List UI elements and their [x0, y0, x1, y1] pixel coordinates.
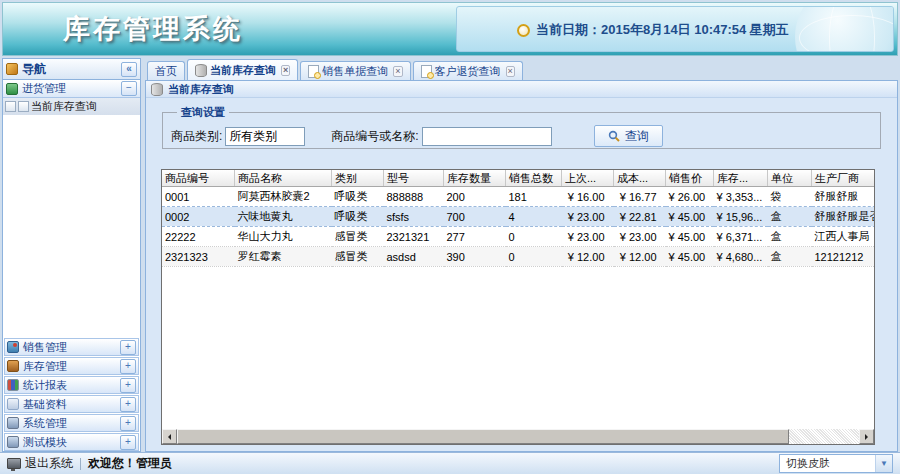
table-cell: 2321323	[162, 247, 235, 267]
welcome-text: 欢迎您！管理员	[88, 455, 172, 472]
inventory-icon	[7, 360, 19, 372]
expand-group-button[interactable]: +	[120, 416, 136, 431]
table-cell: 181	[506, 187, 562, 207]
table-row[interactable]: 2321323罗红霉素感冒类asdsd3900¥ 12.00¥ 12.00¥ 4…	[162, 247, 875, 267]
table-cell: 390	[444, 247, 506, 267]
tab-0[interactable]: 首页	[147, 61, 185, 80]
app-header: 库存管理系统 当前日期：2015年8月14日 10:47:54 星期五	[2, 2, 898, 56]
table-cell: 罗红霉素	[235, 247, 332, 267]
date-panel: 当前日期：2015年8月14日 10:47:54 星期五	[456, 6, 894, 52]
table-cell: 感冒类	[332, 247, 384, 267]
sidebar-group-inventory[interactable]: 库存管理+	[4, 357, 139, 375]
sidebar-group-sales[interactable]: 销售管理+	[4, 338, 139, 356]
table-cell: ¥ 45.00	[666, 207, 714, 227]
test-icon	[7, 436, 19, 448]
table-header-row: 商品编号商品名称类别型号库存数量销售总数上次...成本...销售价库存...单位…	[162, 170, 875, 187]
scrollbar-thumb[interactable]	[177, 429, 789, 444]
close-icon[interactable]: ×	[506, 66, 515, 77]
collapse-group-button[interactable]: −	[121, 81, 137, 96]
table-cell: 六味地黄丸	[235, 207, 332, 227]
scroll-right-button[interactable]	[859, 429, 874, 444]
search-button-label: 查询	[625, 128, 649, 145]
group-label: 库存管理	[23, 359, 67, 374]
sidebar-accordion: 销售管理+库存管理+统计报表+基础资料+系统管理+测试模块+	[3, 337, 140, 451]
table-cell: ¥ 45.00	[666, 247, 714, 267]
table-cell: ¥ 23.00	[614, 227, 666, 247]
close-icon[interactable]: ×	[281, 65, 290, 76]
column-header[interactable]: 成本...	[614, 170, 666, 187]
column-header[interactable]: 上次...	[562, 170, 614, 187]
table-cell: 呼吸类	[332, 207, 384, 227]
column-header[interactable]: 销售总数	[506, 170, 562, 187]
tab-1[interactable]: 当前库存查询×	[187, 59, 298, 80]
sidebar-group-test[interactable]: 测试模块+	[4, 433, 139, 451]
purchase-icon	[6, 83, 18, 95]
column-header[interactable]: 生产厂商	[812, 170, 876, 187]
sidebar-title: 导航	[22, 61, 46, 78]
column-header[interactable]: 库存...	[714, 170, 768, 187]
group-label: 基础资料	[23, 397, 67, 412]
search-button[interactable]: 查询	[594, 125, 663, 147]
inventory-table: 商品编号商品名称类别型号库存数量销售总数上次...成本...销售价库存...单位…	[162, 170, 875, 267]
horizontal-scrollbar[interactable]	[162, 429, 874, 444]
inventory-grid: 商品编号商品名称类别型号库存数量销售总数上次...成本...销售价库存...单位…	[161, 169, 875, 445]
tab-label: 销售单据查询	[322, 64, 388, 79]
column-header[interactable]: 商品名称	[235, 170, 332, 187]
expand-group-button[interactable]: +	[120, 378, 136, 393]
category-input[interactable]	[225, 127, 305, 146]
column-header[interactable]: 库存数量	[444, 170, 506, 187]
sidebar-group-system[interactable]: 系统管理+	[4, 414, 139, 432]
keyword-input[interactable]	[422, 127, 552, 146]
report-icon	[7, 379, 19, 391]
table-row[interactable]: 0002六味地黄丸呼吸类sfsfs7004¥ 23.00¥ 22.81¥ 45.…	[162, 207, 875, 227]
status-divider	[80, 458, 81, 470]
sidebar-group-basedata[interactable]: 基础资料+	[4, 395, 139, 413]
page-search-icon	[421, 65, 432, 78]
clock-icon	[517, 24, 530, 37]
skin-switcher-dropdown[interactable]: 切换皮肤 ▼	[779, 454, 893, 473]
table-cell: asdsd	[384, 247, 444, 267]
sidebar-group-report[interactable]: 统计报表+	[4, 376, 139, 394]
column-header[interactable]: 单位	[768, 170, 812, 187]
table-cell: ¥ 12.00	[562, 247, 614, 267]
sidebar-group-purchase[interactable]: 进货管理 −	[3, 80, 140, 98]
table-row[interactable]: 22222华山大力丸感冒类23213212770¥ 23.00¥ 23.00¥ …	[162, 227, 875, 247]
table-cell: 888888	[384, 187, 444, 207]
content-panel: 当前库存查询 查询设置 商品类别: 商品编号或名称: 查询 商品编	[145, 80, 898, 452]
chevron-down-icon[interactable]: ▼	[875, 455, 892, 472]
basedata-icon	[7, 398, 19, 410]
current-date: 当前日期：2015年8月14日 10:47:54 星期五	[536, 21, 789, 39]
signpost-icon	[6, 63, 18, 75]
sidebar-item-current-inventory-query[interactable]: 当前库存查询	[3, 98, 140, 115]
expand-group-button[interactable]: +	[120, 435, 136, 450]
column-header[interactable]: 销售价	[666, 170, 714, 187]
column-header[interactable]: 商品编号	[162, 170, 235, 187]
close-icon[interactable]: ×	[393, 66, 402, 77]
tab-label: 客户退货查询	[435, 64, 501, 79]
expand-group-button[interactable]: +	[120, 340, 136, 355]
sidebar-collapse-button[interactable]: «	[121, 62, 137, 77]
exit-system-button[interactable]: 退出系统	[25, 455, 73, 472]
system-icon	[7, 417, 19, 429]
table-cell: 袋	[768, 187, 812, 207]
sales-icon	[7, 341, 19, 353]
expand-group-button[interactable]: +	[120, 397, 136, 412]
sidebar-header: 导航 «	[3, 59, 140, 80]
table-cell: 华山大力丸	[235, 227, 332, 247]
tab-2[interactable]: 销售单据查询×	[300, 61, 410, 80]
table-cell: 阿莫西林胶囊2	[235, 187, 332, 207]
tab-bar: 首页当前库存查询×销售单据查询×客户退货查询×	[145, 58, 898, 80]
scroll-left-button[interactable]	[162, 429, 177, 444]
group-label: 销售管理	[23, 340, 67, 355]
column-header[interactable]: 型号	[384, 170, 444, 187]
table-cell: ¥ 16.77	[614, 187, 666, 207]
table-cell: ¥ 15,96...	[714, 207, 768, 227]
expand-group-button[interactable]: +	[120, 359, 136, 374]
scrollbar-track[interactable]	[789, 429, 859, 444]
column-header[interactable]: 类别	[332, 170, 384, 187]
table-row[interactable]: 0001阿莫西林胶囊2呼吸类888888200181¥ 16.00¥ 16.77…	[162, 187, 875, 207]
grid-empty-area	[162, 267, 874, 429]
tab-3[interactable]: 客户退货查询×	[413, 61, 523, 80]
sidebar: 导航 « 进货管理 − 当前库存查询 销售管理+库存管理+统计报表+基础资料+系…	[2, 58, 141, 452]
table-cell: 盒	[768, 207, 812, 227]
